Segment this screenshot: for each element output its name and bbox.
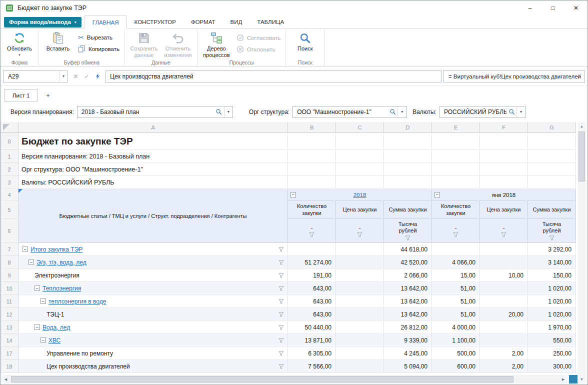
row-header-11[interactable]: 11 bbox=[0, 295, 18, 308]
select-all-corner[interactable] bbox=[0, 122, 18, 133]
value-cell[interactable]: 51 274,00 bbox=[288, 256, 336, 269]
empty-cell[interactable] bbox=[432, 176, 480, 189]
row-label[interactable]: теплоэнергия в воде bbox=[48, 298, 106, 305]
row-label[interactable]: Итого закупка ТЭР bbox=[30, 246, 82, 253]
ribbon-tab-1[interactable]: ГЛАВНАЯ bbox=[84, 16, 127, 29]
ribbon-tab-2[interactable]: КОНСТРУКТОР bbox=[127, 16, 184, 28]
column-header-C[interactable]: C bbox=[336, 122, 384, 133]
vertical-scrollbar[interactable]: ▲ ▼ bbox=[578, 122, 586, 384]
value-cell[interactable]: 1 020,00 bbox=[528, 308, 576, 321]
value-cell[interactable]: 7 566,00 bbox=[288, 360, 336, 373]
maximize-button[interactable]: □ bbox=[542, 0, 564, 16]
collapse-icon[interactable]: − bbox=[28, 260, 34, 265]
value-cell[interactable]: 15,00 bbox=[432, 269, 480, 282]
value-cell[interactable]: 13 642,00 bbox=[384, 282, 432, 295]
value-cell[interactable]: 26 812,00 bbox=[384, 321, 432, 334]
empty-cell[interactable] bbox=[384, 133, 432, 150]
search-icon[interactable] bbox=[506, 108, 516, 115]
value-cell[interactable] bbox=[336, 256, 384, 269]
value-cell[interactable]: 1 970,00 bbox=[528, 321, 576, 334]
scroll-left-icon[interactable]: ◀ bbox=[2, 375, 10, 384]
filter-icon[interactable] bbox=[278, 312, 284, 317]
horizontal-scroll-track[interactable] bbox=[10, 375, 559, 384]
collapse-icon[interactable]: − bbox=[434, 192, 440, 198]
empty-cell[interactable] bbox=[480, 150, 528, 163]
search-button[interactable]: Поиск bbox=[288, 30, 322, 52]
row-header-6[interactable]: 6 bbox=[0, 219, 18, 243]
value-cell[interactable]: 3 140,00 bbox=[528, 256, 576, 269]
empty-cell[interactable] bbox=[336, 150, 384, 163]
row-header-4[interactable]: 4 bbox=[0, 189, 18, 201]
value-cell[interactable]: 250,00 bbox=[528, 347, 576, 360]
value-cell[interactable]: 10,00 bbox=[480, 269, 528, 282]
period-header-1[interactable]: −2018 bbox=[288, 189, 432, 201]
horizontal-scrollbar[interactable]: ◀ ▶ bbox=[2, 375, 568, 384]
tree-button[interactable]: Дерево процессов bbox=[200, 30, 234, 58]
filter-icon[interactable] bbox=[278, 286, 284, 291]
value-cell[interactable]: 643,00 bbox=[288, 282, 336, 295]
filter-icon[interactable] bbox=[278, 338, 284, 343]
value-cell[interactable]: 42 520,00 bbox=[384, 256, 432, 269]
row-label-cell[interactable]: −Теплоэнергия bbox=[18, 282, 288, 295]
collapse-icon[interactable]: − bbox=[22, 246, 28, 252]
row-label[interactable]: Вода, лед bbox=[42, 324, 70, 331]
value-cell[interactable]: 2,00 bbox=[480, 347, 528, 360]
value-cell[interactable]: 2 066,00 bbox=[384, 269, 432, 282]
paste-button[interactable]: Вставить bbox=[41, 30, 75, 52]
collapse-icon[interactable]: − bbox=[40, 338, 46, 343]
row-header-13[interactable]: 13 bbox=[0, 321, 18, 334]
value-cell[interactable] bbox=[432, 243, 480, 256]
info-cell[interactable]: Бюджет по закупке ТЭР bbox=[18, 133, 288, 150]
value-cell[interactable]: 51,00 bbox=[432, 282, 480, 295]
value-cell[interactable]: 1 020,00 bbox=[528, 282, 576, 295]
filter-icon[interactable] bbox=[278, 247, 284, 252]
row-label-cell[interactable]: Управление по ремонту bbox=[18, 347, 288, 360]
confirm-entry-icon[interactable]: ✓ bbox=[82, 71, 92, 82]
empty-cell[interactable] bbox=[480, 163, 528, 176]
row-label-cell[interactable]: Электроэнергия bbox=[18, 269, 288, 282]
row-label-cell[interactable]: ТЭЦ-1 bbox=[18, 308, 288, 321]
filter-combo-0[interactable]: 2018 - Базовый план▾ bbox=[77, 106, 233, 118]
value-cell[interactable] bbox=[336, 308, 384, 321]
value-cell[interactable]: 13 642,00 bbox=[384, 308, 432, 321]
row-header-5[interactable]: 5 bbox=[0, 201, 18, 219]
row-label[interactable]: ХВС bbox=[48, 337, 60, 344]
vertical-scroll-thumb[interactable] bbox=[578, 132, 585, 182]
filter-icon[interactable] bbox=[501, 232, 506, 237]
value-cell[interactable]: 50 440,00 bbox=[288, 321, 336, 334]
vertical-scroll-track[interactable] bbox=[578, 130, 586, 375]
empty-cell[interactable] bbox=[288, 133, 336, 150]
filter-icon[interactable] bbox=[278, 351, 284, 356]
empty-cell[interactable] bbox=[384, 176, 432, 189]
column-header-E[interactable]: E bbox=[432, 122, 480, 133]
value-cell[interactable] bbox=[336, 347, 384, 360]
chevron-down-icon[interactable]: ▾ bbox=[516, 106, 525, 118]
collapse-icon[interactable]: − bbox=[34, 286, 40, 291]
formula-input[interactable]: Цех производства двигателей bbox=[106, 70, 442, 82]
value-cell[interactable] bbox=[288, 243, 336, 256]
empty-cell[interactable] bbox=[288, 163, 336, 176]
filter-icon[interactable] bbox=[549, 236, 554, 240]
value-cell[interactable] bbox=[336, 360, 384, 373]
filter-icon[interactable] bbox=[405, 236, 410, 240]
row-header-18[interactable]: 18 bbox=[0, 360, 18, 373]
ribbon-tab-3[interactable]: ФОРМАТ bbox=[184, 16, 223, 28]
row-header-7[interactable]: 7 bbox=[0, 243, 18, 256]
close-button[interactable]: ✕ bbox=[564, 0, 588, 16]
column-header-A[interactable]: A bbox=[18, 122, 288, 133]
value-cell[interactable] bbox=[336, 295, 384, 308]
value-cell[interactable]: 150,00 bbox=[528, 269, 576, 282]
row-label-cell[interactable]: −ХВС bbox=[18, 334, 288, 347]
value-cell[interactable]: 5 094,00 bbox=[384, 360, 432, 373]
value-cell[interactable] bbox=[480, 295, 528, 308]
filter-icon[interactable] bbox=[278, 299, 284, 304]
row-header-0[interactable]: 0 bbox=[0, 133, 18, 150]
add-sheet-button[interactable]: + bbox=[40, 89, 56, 102]
value-cell[interactable]: 500,00 bbox=[432, 347, 480, 360]
empty-cell[interactable] bbox=[432, 150, 480, 163]
empty-cell[interactable] bbox=[480, 176, 528, 189]
sheet-tab[interactable]: Лист 1 bbox=[4, 89, 38, 102]
filter-icon[interactable] bbox=[278, 325, 284, 330]
minimize-button[interactable]: – bbox=[518, 0, 542, 16]
column-header-G[interactable]: G bbox=[528, 122, 576, 133]
